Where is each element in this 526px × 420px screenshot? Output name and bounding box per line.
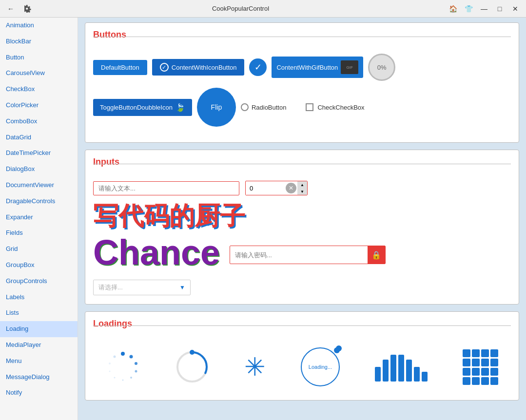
sidebar-item-checkbox[interactable]: CheckBox bbox=[0, 81, 78, 97]
svg-point-9 bbox=[109, 363, 111, 364]
loadings-section: Loadings bbox=[85, 311, 519, 401]
sidebar-item-dialogbox[interactable]: DialogBox bbox=[0, 161, 78, 177]
grid-cell bbox=[490, 359, 498, 366]
inputs-title-wrap: Inputs bbox=[93, 157, 511, 174]
buttons-row-1: DefaultButton ✓ ContentWithIconButton ✓ … bbox=[93, 54, 511, 81]
chance-text: Chance bbox=[93, 235, 220, 270]
spin-buttons: ▲ ▼ bbox=[297, 181, 307, 195]
select-wrap[interactable]: 请选择... ▼ bbox=[93, 280, 191, 295]
checkbox-icon[interactable] bbox=[306, 103, 313, 111]
settings-button[interactable] bbox=[21, 2, 35, 16]
buttons-title: Buttons bbox=[93, 30, 130, 40]
content-with-gif-button[interactable]: ContentWithGifButton GIF bbox=[272, 57, 363, 78]
sidebar-item-fields[interactable]: Fields bbox=[0, 225, 78, 241]
sidebar-item-groupcontrols[interactable]: GroupControls bbox=[0, 273, 78, 289]
buttons-section: Buttons DefaultButton ✓ ContentWithIconB… bbox=[85, 22, 519, 143]
sidebar-item-menu[interactable]: Menu bbox=[0, 353, 78, 369]
maximize-button[interactable]: □ bbox=[493, 2, 507, 16]
inputs-row-1: ✕ ▲ ▼ bbox=[93, 181, 511, 195]
minimize-button[interactable]: — bbox=[477, 2, 491, 16]
flip-button[interactable]: Flip bbox=[197, 88, 236, 127]
chevron-down-icon: ▼ bbox=[179, 284, 185, 291]
grid-cell bbox=[472, 359, 480, 366]
sidebar-item-labels[interactable]: Labels bbox=[0, 289, 78, 305]
sidebar-item-loading[interactable]: Loading bbox=[0, 321, 78, 337]
svg-point-10 bbox=[114, 356, 116, 358]
grid-cell bbox=[481, 349, 489, 357]
sidebar-item-messagedialog[interactable]: MessageDialog bbox=[0, 369, 78, 385]
bar-2 bbox=[383, 360, 389, 382]
sidebar-item-colorpicker[interactable]: ColorPicker bbox=[0, 97, 78, 114]
grid-cell bbox=[490, 368, 498, 376]
bar-4 bbox=[398, 355, 404, 382]
grid-cell bbox=[463, 377, 470, 385]
grid-cell bbox=[463, 349, 470, 357]
text-input[interactable] bbox=[93, 181, 239, 195]
buttons-title-wrap: Buttons bbox=[93, 30, 511, 47]
ring-loading bbox=[175, 350, 209, 384]
sidebar-item-animation[interactable]: Animation bbox=[0, 18, 78, 34]
spin-down-button[interactable]: ▼ bbox=[297, 188, 307, 195]
lock-button[interactable]: 🔒 bbox=[368, 246, 385, 264]
sidebar-item-blockbar[interactable]: BlockBar bbox=[0, 34, 78, 50]
percent-button[interactable]: 0% bbox=[368, 54, 395, 81]
password-input[interactable] bbox=[230, 248, 368, 262]
sidebar-item-datetimepicker[interactable]: DateTimePicker bbox=[0, 145, 78, 161]
sidebar-item-datagrid[interactable]: DataGrid bbox=[0, 130, 78, 146]
sidebar-item-button[interactable]: Button bbox=[0, 50, 78, 66]
grid-cell bbox=[490, 377, 498, 385]
main-layout: Animation BlockBar Button CarouselView C… bbox=[0, 18, 526, 420]
sidebar-item-documentviewer[interactable]: DocumentViewer bbox=[0, 177, 78, 193]
sidebar-item-mediaplayer[interactable]: MediaPlayer bbox=[0, 337, 78, 353]
home-button[interactable]: 🏠 bbox=[446, 2, 460, 16]
radio-circle-icon[interactable] bbox=[241, 103, 249, 111]
lock-icon: 🔒 bbox=[371, 250, 381, 260]
svg-point-7 bbox=[114, 377, 116, 379]
dots-loading bbox=[106, 350, 140, 384]
sidebar-item-combobox[interactable]: ComboBox bbox=[0, 114, 78, 130]
back-button[interactable]: ← bbox=[4, 2, 18, 16]
inputs-title: Inputs bbox=[93, 157, 123, 167]
number-input[interactable] bbox=[246, 182, 285, 195]
number-input-wrap: ✕ ▲ ▼ bbox=[245, 181, 308, 195]
grid-cell bbox=[481, 368, 489, 376]
svg-point-0 bbox=[26, 7, 28, 10]
snowflake-loading: ✳ bbox=[244, 352, 266, 382]
spin-up-button[interactable]: ▲ bbox=[297, 181, 307, 188]
loadings-title-wrap: Loadings bbox=[93, 319, 511, 336]
grid-cell bbox=[463, 359, 470, 366]
check-checkbox-wrap: CheckCheckBox bbox=[306, 103, 364, 111]
sidebar-item-notify[interactable]: Notify bbox=[0, 385, 78, 401]
sidebar-item-grid[interactable]: Grid bbox=[0, 241, 78, 257]
content-with-icon-button[interactable]: ✓ ContentWithIconButton bbox=[152, 59, 245, 76]
buttons-row-2: ToggleButtonDoubbleIcon 🍃 Flip RadioButt… bbox=[93, 88, 511, 127]
sidebar-item-expander[interactable]: Expander bbox=[0, 210, 78, 226]
sidebar-item-carouselview[interactable]: CarouselView bbox=[0, 65, 78, 81]
shirt-button[interactable]: 👕 bbox=[462, 2, 475, 16]
svg-point-3 bbox=[135, 362, 137, 365]
sidebar-item-dragablecontrols[interactable]: DragableControls bbox=[0, 193, 78, 210]
big-chinese-text: 写代码的厨子 bbox=[93, 202, 511, 230]
grid-cell bbox=[463, 368, 470, 376]
titlebar-left: ← bbox=[4, 2, 35, 16]
sidebar-item-lists[interactable]: Lists bbox=[0, 305, 78, 321]
bar-5 bbox=[406, 360, 412, 382]
toggle-button[interactable]: ToggleButtonDoubbleIcon 🍃 bbox=[93, 99, 192, 116]
titlebar: ← CookPopularControl 🏠 👕 — □ ✕ bbox=[0, 0, 526, 18]
gif-preview: GIF bbox=[341, 60, 358, 74]
clear-button[interactable]: ✕ bbox=[286, 183, 296, 193]
sidebar: Animation BlockBar Button CarouselView C… bbox=[0, 18, 78, 420]
close-button[interactable]: ✕ bbox=[508, 2, 522, 16]
sidebar-item-groupbox[interactable]: GroupBox bbox=[0, 257, 78, 273]
chance-row: Chance 🔒 bbox=[93, 235, 511, 275]
grid-cell bbox=[472, 368, 480, 376]
default-button[interactable]: DefaultButton bbox=[93, 60, 147, 75]
bar-6 bbox=[414, 367, 420, 382]
svg-point-1 bbox=[121, 352, 125, 356]
loadings-title: Loadings bbox=[93, 319, 136, 329]
check-icon: ✓ bbox=[160, 63, 169, 72]
grid-cell bbox=[481, 359, 489, 366]
checkmark-icon: ✓ bbox=[254, 62, 262, 73]
circle-text-loading: Loading... bbox=[301, 347, 340, 386]
check-circle-button[interactable]: ✓ bbox=[249, 58, 267, 76]
